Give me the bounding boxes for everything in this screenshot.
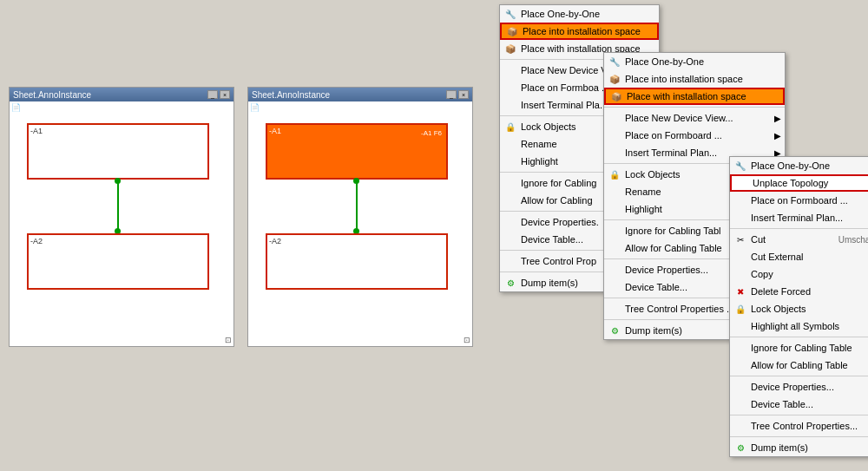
lock-icon-1: 🔒 <box>503 120 517 134</box>
lock-icon-3: 🔒 <box>733 302 747 316</box>
device-a2b[interactable]: -A2 <box>266 233 448 290</box>
device-a1-label: -A1 <box>29 125 44 137</box>
menu3-sep4 <box>730 415 868 415</box>
panel-title-1: Sheet.AnnoInstance <box>13 90 91 100</box>
copy-shortcut: Strg+C <box>851 270 868 279</box>
menu2-place-with[interactable]: 📦 Place with installation space <box>604 88 785 105</box>
menu3-sep5 <box>730 436 868 437</box>
panel-close-1[interactable]: × <box>220 90 230 99</box>
diagram-panel-2: Sheet.AnnoInstance _ × -A1 -A1 F6 -A2 📄 … <box>247 87 473 347</box>
menu3-copy[interactable]: Copy Strg+C <box>730 265 868 283</box>
place-into-icon: 📦 <box>505 24 519 38</box>
menu3-ignore-cabling[interactable]: Ignore for Cabling Table <box>730 339 868 357</box>
cut-icon: ✂ <box>733 232 747 246</box>
menu3-cut[interactable]: ✂ Cut Umschalt+Entf <box>730 231 868 248</box>
menu3-delete-forced[interactable]: ✖ Delete Forced <box>730 283 868 300</box>
dump-icon-2: ⚙ <box>608 324 621 337</box>
menu3-cut-external[interactable]: Cut External <box>730 248 868 265</box>
menu1-place-into[interactable]: 📦 Place into installation space <box>500 23 659 40</box>
connector-line-1 <box>117 180 119 232</box>
arrow-formboard: ▶ <box>774 131 781 141</box>
menu3-sep2 <box>730 337 868 337</box>
menu3-sep1 <box>730 228 868 229</box>
dump-icon-3: ⚙ <box>733 441 747 455</box>
device-a2-label: -A2 <box>29 235 44 247</box>
device-a2b-label: -A2 <box>267 235 283 247</box>
menu3-sep3 <box>730 376 868 376</box>
place-one-icon: 🔧 <box>503 7 517 21</box>
sheet-icon-1: 📄 <box>11 103 21 112</box>
menu3-highlight-all[interactable]: Highlight all Symbols <box>730 317 868 335</box>
panel-titlebar-1: Sheet.AnnoInstance _ × <box>10 88 233 101</box>
dump-icon-1: ⚙ <box>503 276 517 290</box>
connector-dot-top-2 <box>353 178 359 184</box>
device-inner-label: -A1 F6 <box>421 129 442 137</box>
connector-line-2 <box>356 180 358 232</box>
panel-controls-1: _ × <box>207 90 230 99</box>
panel-minimize-2[interactable]: _ <box>446 90 457 99</box>
menu3-lock-objects[interactable]: 🔒 Lock Objects Strg+L <box>730 300 868 317</box>
device-a1b-label: -A1 <box>267 125 283 137</box>
panel-content-2: -A1 -A1 F6 -A2 📄 ⊡ <box>248 101 472 346</box>
arrow-new-device: ▶ <box>774 114 781 123</box>
panel-titlebar-2: Sheet.AnnoInstance _ × <box>248 88 472 101</box>
panel-minimize-1[interactable]: _ <box>207 90 218 99</box>
menu3-dump-items[interactable]: ⚙ Dump item(s) <box>730 439 868 456</box>
device-a1[interactable]: -A1 <box>27 123 209 180</box>
place-with-icon-2: 📦 <box>609 89 623 103</box>
menu3-place-formboard[interactable]: Place on Formboard ... <box>730 192 868 209</box>
place-one-icon-3: 🔧 <box>733 159 747 173</box>
panel-controls-2: _ × <box>446 90 469 99</box>
menu3-device-table[interactable]: Device Table... <box>730 396 868 413</box>
delete-icon: ✖ <box>733 285 747 298</box>
cut-shortcut: Umschalt+Entf <box>821 235 868 245</box>
place-into-icon-2: 📦 <box>608 72 621 86</box>
menu2-place-into[interactable]: 📦 Place into installation space <box>604 70 785 88</box>
resize-handle-2[interactable]: ⊡ <box>464 336 470 344</box>
menu2-place-one[interactable]: 🔧 Place One-by-One <box>604 53 785 70</box>
device-a1b[interactable]: -A1 -A1 F6 <box>266 123 448 180</box>
sheet-icon-2: 📄 <box>250 103 260 112</box>
menu3-place-one[interactable]: 🔧 Place One-by-One <box>730 157 868 174</box>
menu3-device-properties[interactable]: Device Properties... <box>730 378 868 396</box>
menu2-sep1 <box>604 107 785 108</box>
menu3-insert-terminal[interactable]: Insert Terminal Plan... <box>730 209 868 226</box>
resize-handle-1[interactable]: ⊡ <box>225 336 232 344</box>
menu3-unplace-topology[interactable]: Unplace Topology <box>730 174 868 192</box>
menu2-place-formboard[interactable]: Place on Formboard ... ▶ <box>604 127 785 144</box>
lock-icon-2: 🔒 <box>608 167 621 181</box>
panel-title-2: Sheet.AnnoInstance <box>252 90 330 100</box>
connector-dot-top-1 <box>115 178 121 184</box>
menu3-tree-control[interactable]: Tree Control Properties... <box>730 417 868 435</box>
diagram-panel-1: Sheet.AnnoInstance _ × -A1 -A2 📄 ⊡ <box>9 87 234 347</box>
place-with-icon: 📦 <box>503 42 517 56</box>
menu2-place-new-device[interactable]: Place New Device View... ▶ <box>604 109 785 127</box>
panel-content-1: -A1 -A2 📄 ⊡ <box>10 101 233 346</box>
lock-shortcut: Strg+L <box>852 304 868 314</box>
menu1-place-one[interactable]: 🔧 Place One-by-One <box>500 5 659 23</box>
panel-close-2[interactable]: × <box>458 90 469 99</box>
place-one-icon-2: 🔧 <box>608 55 621 69</box>
context-menu-3: 🔧 Place One-by-One Unplace Topology Plac… <box>729 156 868 457</box>
menu3-allow-cabling[interactable]: Allow for Cabling Table <box>730 357 868 374</box>
device-a2[interactable]: -A2 <box>27 233 209 290</box>
